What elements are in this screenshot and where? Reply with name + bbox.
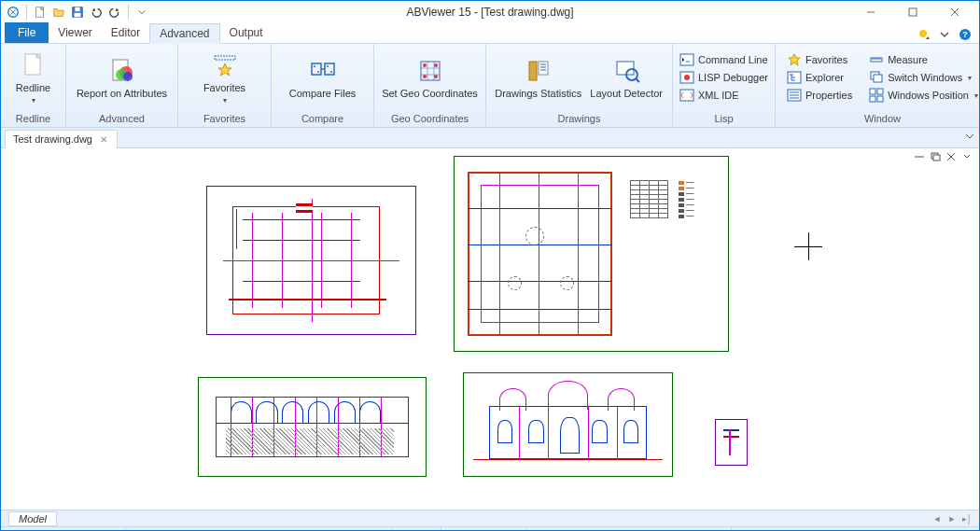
group-window: Favorites Explorer Properties Measure Sw…: [776, 44, 980, 127]
layout-detector-icon: [611, 56, 641, 86]
xml-ide-button[interactable]: XML IDE: [676, 87, 772, 104]
group-lisp: Command Line LISP Debugger XML IDE Lisp: [673, 44, 776, 127]
svg-rect-41: [870, 96, 875, 102]
compare-files-button[interactable]: Compare Files: [284, 54, 362, 101]
status-coords: (-1,4199E7; -5367934; 5,551115E-17): [526, 527, 732, 531]
layout-tab-bar: Model ◄ ► ▸│: [1, 510, 979, 526]
minimize-button[interactable]: [849, 1, 891, 23]
svg-rect-28: [617, 62, 634, 75]
redline-button[interactable]: Redline ▾: [7, 49, 60, 105]
chevron-down-icon: ▾: [968, 74, 972, 82]
close-button[interactable]: [933, 1, 975, 23]
svg-rect-15: [312, 63, 321, 75]
compare-icon: [308, 56, 338, 86]
chevron-down-icon: ▾: [32, 96, 35, 105]
help-icon[interactable]: ?: [957, 26, 973, 43]
group-drawings: Drawings Statistics Layout Detector Draw…: [486, 44, 673, 127]
set-geo-button[interactable]: Set Geo Coordinates: [382, 54, 478, 101]
group-favorites: Favorites ▾ Favorites: [178, 44, 272, 127]
svg-point-25: [434, 75, 438, 78]
svg-point-22: [423, 63, 427, 67]
svg-point-32: [684, 75, 690, 80]
windows-icon: [869, 70, 884, 85]
status-dimensions: 112009,2 x 78408,16 x 1155,729.::: [799, 527, 975, 531]
properties-button[interactable]: Properties: [783, 87, 856, 104]
status-page: 144/177: [392, 527, 441, 531]
style-dropdown-icon[interactable]: [916, 26, 932, 43]
title-bar: ABViewer 15 - [Test drawing.dwg]: [1, 1, 979, 23]
minimize-ribbon-icon[interactable]: [936, 26, 953, 43]
qat-undo-icon[interactable]: [88, 4, 105, 21]
tab-scroll-right-icon[interactable]: ►: [945, 512, 959, 525]
command-line-button[interactable]: Command Line: [676, 51, 772, 68]
windows-pos-icon: [869, 88, 884, 103]
maximize-button[interactable]: [891, 1, 933, 23]
chevron-down-icon: ▾: [223, 96, 227, 105]
tab-viewer[interactable]: Viewer: [49, 22, 101, 43]
svg-rect-42: [877, 96, 883, 102]
switch-windows-button[interactable]: Switch Windows▾: [865, 69, 980, 86]
svg-rect-4: [75, 13, 81, 17]
layout-tab-model[interactable]: Model: [8, 511, 57, 526]
tab-advanced[interactable]: Advanced: [149, 23, 219, 44]
terminal-icon: [679, 52, 694, 67]
qat-redo-icon[interactable]: [106, 4, 123, 21]
qat-new-icon[interactable]: [32, 4, 49, 21]
group-redline: Redline ▾ Redline: [1, 44, 66, 127]
properties-icon: [787, 88, 802, 103]
tab-output[interactable]: Output: [220, 22, 273, 43]
xml-icon: [679, 88, 694, 103]
svg-rect-39: [870, 89, 875, 94]
svg-rect-40: [877, 89, 883, 94]
chevron-down-icon: ▾: [974, 91, 978, 100]
drawing-thumbnail: [463, 372, 673, 477]
layout-detector-button[interactable]: Layout Detector: [588, 54, 665, 101]
panel-minimize-icon[interactable]: [913, 151, 926, 162]
favorites-button[interactable]: Favorites ▾: [198, 49, 251, 105]
drawing-thumbnail: [715, 419, 748, 466]
svg-point-18: [317, 71, 319, 73]
explorer-button[interactable]: Explorer: [783, 69, 856, 86]
document-tab[interactable]: Test drawing.dwg ✕: [5, 130, 118, 148]
window-favorites-button[interactable]: Favorites: [783, 51, 856, 68]
report-attributes-button[interactable]: Report on Attributes: [74, 54, 170, 101]
qat-dropdown-icon[interactable]: [133, 4, 150, 21]
app-icon[interactable]: [5, 4, 21, 21]
close-icon[interactable]: ✕: [98, 133, 109, 145]
svg-rect-38: [874, 75, 882, 82]
lisp-debugger-button[interactable]: LISP Debugger: [676, 69, 772, 86]
measure-button[interactable]: Measure: [865, 51, 980, 68]
qat-open-icon[interactable]: [50, 4, 67, 21]
tab-scroll-left-icon[interactable]: ◄: [931, 512, 944, 525]
star-icon: [210, 50, 240, 80]
ribbon: Redline ▾ Redline Report on Attributes A…: [1, 44, 979, 128]
svg-point-19: [327, 65, 329, 67]
tab-editor[interactable]: Editor: [102, 22, 149, 43]
svg-rect-44: [933, 155, 940, 161]
qat-save-icon[interactable]: [69, 4, 86, 21]
ribbon-tabs: File Viewer Editor Advanced Output ?: [1, 23, 979, 44]
windows-position-button[interactable]: Windows Position▾: [865, 87, 980, 104]
drawings-statistics-button[interactable]: Drawings Statistics: [494, 54, 582, 101]
star-icon: [787, 52, 802, 67]
tab-scroll-end-icon[interactable]: ▸│: [960, 512, 973, 525]
svg-rect-33: [680, 90, 693, 101]
svg-point-13: [123, 72, 133, 81]
group-compare: Compare Files Compare: [272, 44, 374, 127]
group-geo: Set Geo Coordinates Geo Coordinates: [374, 44, 486, 127]
svg-text:?: ?: [962, 30, 968, 39]
tree-icon: [787, 70, 802, 85]
panel-restore-icon[interactable]: [929, 151, 942, 162]
panel-close-icon[interactable]: [945, 151, 958, 162]
svg-rect-16: [325, 63, 334, 75]
panel-menu-icon[interactable]: [960, 151, 973, 162]
svg-point-20: [330, 71, 332, 73]
document-tab-bar: Test drawing.dwg ✕: [1, 128, 979, 148]
window-controls: [849, 1, 975, 23]
file-tab[interactable]: File: [5, 22, 49, 43]
svg-point-24: [423, 75, 427, 78]
doc-bar-expand-icon[interactable]: [964, 131, 979, 145]
drawing-thumbnail: [206, 186, 416, 335]
drawing-canvas[interactable]: ━━━━ ━━━━ ━━━━ ━━━━ ━━━━ ━━━━ ━━━━: [1, 148, 979, 510]
svg-point-23: [434, 63, 438, 67]
